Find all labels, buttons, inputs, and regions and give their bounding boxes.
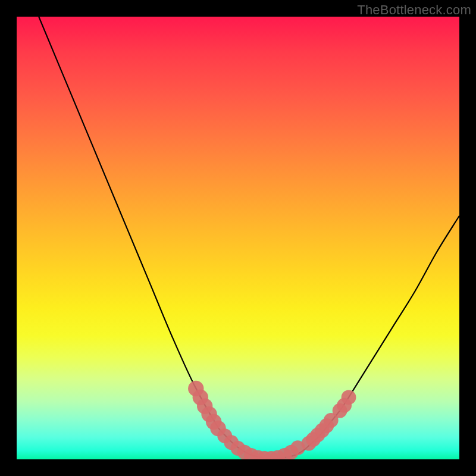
watermark-text: TheBottleneck.com: [357, 2, 471, 18]
chart-svg: [17, 17, 459, 459]
chart-frame: TheBottleneck.com: [0, 0, 476, 476]
marker-dot: [342, 390, 356, 405]
bottleneck-curve: [39, 17, 459, 459]
marker-group: [188, 381, 356, 459]
plot-area: [17, 17, 459, 459]
